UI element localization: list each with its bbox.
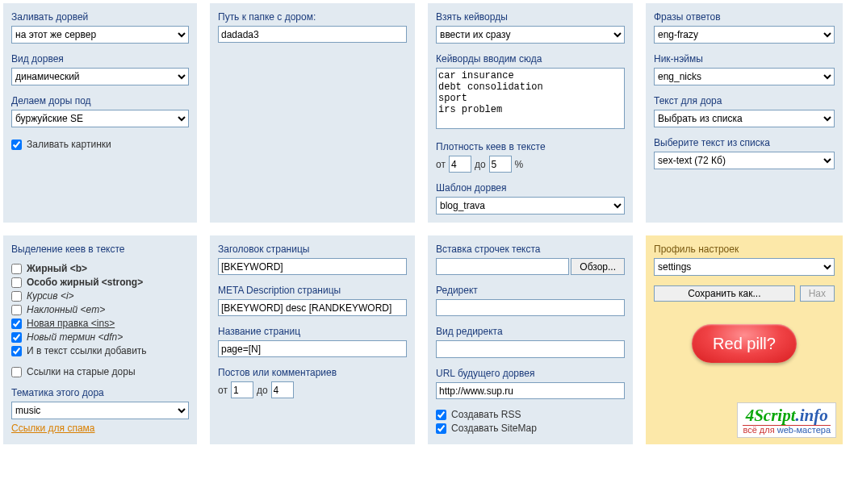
opt-em-checkbox[interactable] <box>11 305 22 315</box>
panel-profile: Профиль настроек settings Сохранить как.… <box>646 235 843 444</box>
highlight-heading: Выделение кеев в тексте <box>11 244 189 255</box>
red-pill-button[interactable]: Red pill? <box>692 324 797 363</box>
topic-label: Тематика этого дора <box>11 387 189 398</box>
opt-em-label: Наклонный <em> <box>27 304 105 315</box>
sitemap-label: Создавать SiteMap <box>451 423 537 434</box>
pick-select[interactable]: sex-text (72 Кб) <box>654 152 835 169</box>
logo-text2: .info <box>796 406 828 425</box>
density-to-label: до <box>475 159 486 170</box>
panel-key-highlight: Выделение кеев в тексте Жирный <b> Особо… <box>3 235 197 444</box>
pick-label: Выберите текст из списка <box>654 137 835 148</box>
upload-select[interactable]: на этот же сервер <box>11 26 189 44</box>
text-select[interactable]: Выбрать из списка <box>654 110 835 127</box>
take-select[interactable]: ввести их сразу <box>436 26 625 44</box>
meta-input[interactable] <box>218 299 407 316</box>
panel-text-sources: Фразы ответов eng-frazy Ник-нэймы eng_ni… <box>646 3 843 223</box>
path-input[interactable] <box>218 26 407 43</box>
spam-links-link[interactable]: Ссылки для спама <box>11 423 95 434</box>
keywords-textarea[interactable]: car insurance debt consolidation sport i… <box>436 68 625 129</box>
insert-label: Вставка строчек текста <box>436 244 625 255</box>
density-pct: % <box>515 159 524 170</box>
opt-italic-checkbox[interactable] <box>11 291 22 302</box>
sitemap-checkbox[interactable] <box>436 423 446 434</box>
opt-strong-label: Особо жирный <strong> <box>27 277 143 288</box>
redtype-select[interactable]: Обычный JS <box>436 340 625 358</box>
redirect-input[interactable] <box>436 299 625 316</box>
title-input[interactable] <box>218 258 407 275</box>
logo-4script: 4Script.info всё для web-мастера <box>737 402 836 438</box>
name-label: Название страниц <box>218 326 407 337</box>
topic-select[interactable]: music <box>11 402 189 419</box>
opt-dfn-label: Новый термин <dfn> <box>27 331 123 343</box>
rss-label: Создавать RSS <box>451 409 521 420</box>
phrases-select[interactable]: eng-frazy <box>654 26 835 44</box>
url-input[interactable] <box>436 382 625 399</box>
type-label: Вид дорвея <box>11 53 189 65</box>
rss-checkbox[interactable] <box>436 410 446 420</box>
opt-ins-label: Новая правка <ins> <box>27 318 115 329</box>
logo-sub1: всё для <box>743 425 777 435</box>
panel-inserts: Вставка строчек текста Обзор... Редирект… <box>428 235 633 444</box>
opt-oldlinks-label: Ссылки на старые доры <box>27 366 136 377</box>
take-label: Взять кейворды <box>436 11 625 23</box>
images-checkbox[interactable] <box>11 140 22 150</box>
enter-label: Кейворды вводим сюда <box>436 53 625 65</box>
images-checkbox-label: Заливать картинки <box>27 139 111 150</box>
save-as-button[interactable]: Сохранить как... <box>654 285 795 302</box>
posts-from-input[interactable] <box>231 381 253 398</box>
phrases-label: Фразы ответов <box>654 11 835 23</box>
opt-strong-checkbox[interactable] <box>11 277 22 288</box>
nicks-label: Ник-нэймы <box>654 53 835 65</box>
opt-italic-label: Курсив <i> <box>27 290 74 302</box>
nicks-select[interactable]: eng_nicks <box>654 68 835 85</box>
density-from-input[interactable] <box>449 156 471 173</box>
opt-links-label: И в текст ссылки добавить <box>27 345 147 356</box>
tpl-select[interactable]: blog_trava <box>436 197 625 215</box>
name-input[interactable] <box>218 340 407 357</box>
logo-sub2: web-мастера <box>777 425 831 435</box>
insert-input[interactable] <box>436 258 569 275</box>
meta-label: META Description страницы <box>218 285 407 296</box>
url-label: URL будущего дорвея <box>436 368 625 379</box>
posts-to-label: до <box>257 385 268 396</box>
redtype-label: Вид редиректа <box>436 326 625 337</box>
profile-select[interactable]: settings <box>654 258 835 276</box>
density-to-input[interactable] <box>489 156 512 173</box>
for-label: Делаем доры под <box>11 95 189 106</box>
upload-label: Заливать дорвей <box>11 11 189 23</box>
for-select[interactable]: буржуйские SE <box>11 110 189 127</box>
opt-links-checkbox[interactable] <box>11 346 22 356</box>
panel-upload-settings: Заливать дорвей на этот же сервер Вид до… <box>3 3 197 223</box>
profile-label: Профиль настроек <box>654 244 835 255</box>
opt-bold-label: Жирный <b> <box>27 263 87 274</box>
text-label: Текст для дора <box>654 95 835 106</box>
opt-ins-checkbox[interactable] <box>11 319 22 329</box>
posts-from-label: от <box>218 385 228 396</box>
panel-page-fields: Заголовок страницы META Description стра… <box>210 235 415 444</box>
browse-button[interactable]: Обзор... <box>571 258 625 275</box>
path-label: Путь к папке с дором: <box>218 11 407 23</box>
opt-oldlinks-checkbox[interactable] <box>11 367 22 377</box>
opt-dfn-checkbox[interactable] <box>11 332 22 343</box>
panel-path: Путь к папке с дором: <box>210 3 415 223</box>
posts-to-input[interactable] <box>271 381 294 398</box>
posts-label: Постов или комментариев <box>218 367 407 378</box>
type-select[interactable]: динамический <box>11 68 189 85</box>
nah-button[interactable]: Нах <box>800 285 835 302</box>
panel-keywords: Взять кейворды ввести их сразу Кейворды … <box>428 3 633 223</box>
title-label: Заголовок страницы <box>218 244 407 255</box>
tpl-label: Шаблон дорвея <box>436 182 625 194</box>
redirect-label: Редирект <box>436 285 625 296</box>
density-label: Плотность кеев в тексте <box>436 141 625 152</box>
logo-text1: 4Script <box>746 406 796 425</box>
density-from-label: от <box>436 159 446 170</box>
opt-bold-checkbox[interactable] <box>11 264 22 274</box>
